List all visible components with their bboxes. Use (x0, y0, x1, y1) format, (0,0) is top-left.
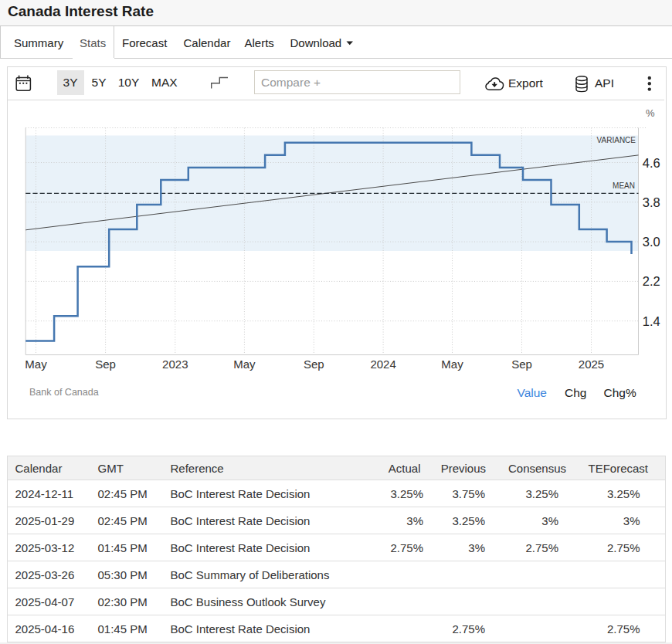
svg-text:2023: 2023 (162, 358, 188, 371)
svg-text:VARIANCE: VARIANCE (597, 136, 636, 144)
svg-text:Value: Value (518, 386, 548, 399)
svg-text:4.6: 4.6 (643, 156, 660, 170)
svg-text:2.2: 2.2 (643, 274, 660, 288)
svg-text:1.4: 1.4 (643, 314, 660, 328)
svg-text:Chg%: Chg% (604, 386, 636, 399)
svg-text:Sep: Sep (511, 358, 532, 371)
svg-text:May: May (25, 358, 47, 371)
svg-text:Sep: Sep (95, 358, 116, 371)
svg-text:May: May (233, 358, 256, 371)
svg-text:2025: 2025 (579, 358, 604, 371)
svg-text:Bank of Canada: Bank of Canada (29, 387, 99, 398)
svg-text:May: May (441, 358, 463, 371)
svg-text:%: % (646, 107, 655, 119)
svg-text:Sep: Sep (304, 358, 324, 371)
svg-text:3.0: 3.0 (643, 235, 660, 249)
svg-text:3.8: 3.8 (643, 195, 660, 209)
svg-text:MEAN: MEAN (613, 181, 635, 190)
svg-text:Chg: Chg (565, 386, 586, 399)
svg-text:2024: 2024 (370, 358, 395, 371)
